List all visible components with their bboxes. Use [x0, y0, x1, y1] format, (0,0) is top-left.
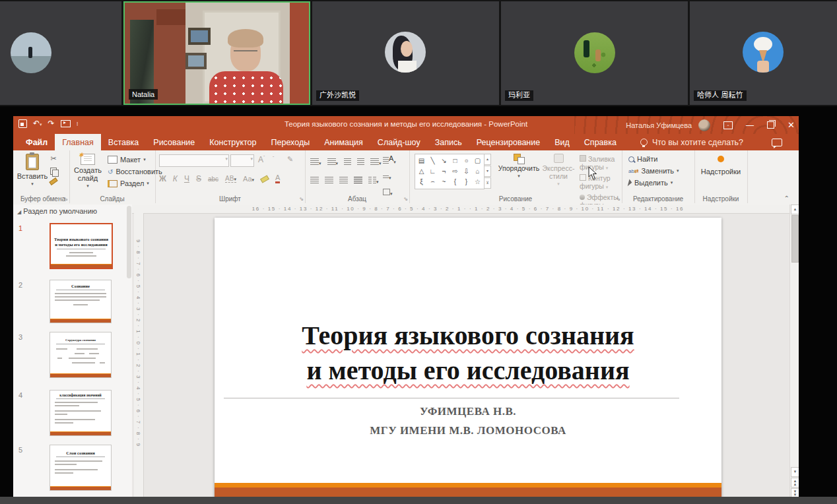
- slide-thumbnail-3[interactable]: Структура сознания: [50, 332, 112, 378]
- shape-textbox-icon[interactable]: ▤: [416, 155, 427, 166]
- participant-tile-3[interactable]: 广外沙凯悦: [312, 1, 499, 105]
- shape-scribble-icon[interactable]: ξ: [416, 176, 427, 187]
- scroll-up-icon[interactable]: ▲: [791, 205, 799, 214]
- quick-styles-button[interactable]: Экспресс-стили ▾: [540, 154, 577, 188]
- copy-icon[interactable]: [50, 168, 57, 175]
- shape-outline-button[interactable]: Контур фигуры ▾: [580, 174, 622, 190]
- slide-thumbnail-5[interactable]: Слои сознания: [50, 445, 112, 491]
- section-button[interactable]: Раздел▾: [108, 179, 162, 187]
- tab-insert[interactable]: Вставка: [101, 134, 146, 150]
- line-spacing-icon[interactable]: ▾: [370, 156, 382, 168]
- font-size-combobox[interactable]: ▾: [230, 154, 254, 167]
- columns-icon[interactable]: ▾: [368, 174, 379, 186]
- numbering-icon[interactable]: ▾: [327, 156, 339, 168]
- participant-tile-4[interactable]: 玛利亚: [501, 1, 688, 105]
- align-center-icon[interactable]: [325, 177, 333, 183]
- font-color-button[interactable]: А: [275, 174, 280, 183]
- tab-animations[interactable]: Анимация: [317, 134, 370, 150]
- tab-view[interactable]: Вид: [547, 134, 577, 150]
- addins-button[interactable]: Надстройки: [700, 156, 742, 175]
- character-spacing-button[interactable]: АВ▾: [225, 175, 236, 183]
- tab-transitions[interactable]: Переходы: [264, 134, 318, 150]
- shapes-gallery[interactable]: ▤╲↘□○▢ △∟¬⇨⇩⌂ ξ⌢~{}☆: [415, 154, 485, 189]
- scrollbar-thumb[interactable]: [791, 215, 799, 263]
- shape-brace-left-icon[interactable]: {: [450, 176, 461, 187]
- shape-brace-right-icon[interactable]: }: [461, 176, 472, 187]
- arrange-button[interactable]: Упорядочить ▾: [498, 154, 540, 180]
- select-button[interactable]: Выделить▾: [628, 179, 679, 187]
- scroll-down-icon[interactable]: ▼: [791, 467, 799, 477]
- grow-font-button[interactable]: Аˆ: [258, 155, 265, 164]
- cut-icon[interactable]: ✂: [50, 154, 56, 163]
- shape-star-icon[interactable]: ☆: [472, 176, 483, 187]
- tab-slideshow[interactable]: Слайд-шоу: [370, 134, 428, 150]
- restore-icon[interactable]: [767, 121, 774, 129]
- reset-button[interactable]: ↺Восстановить: [108, 168, 162, 175]
- shapes-more-icon[interactable]: ⊻: [484, 177, 491, 189]
- new-slide-button[interactable]: ✱ Создать слайд ▾: [71, 154, 105, 190]
- strikethrough-button[interactable]: abc: [208, 175, 218, 183]
- decrease-indent-icon[interactable]: [344, 156, 351, 168]
- shrink-font-button[interactable]: ˇ: [273, 156, 274, 164]
- find-button[interactable]: Найти: [628, 155, 679, 163]
- slide-thumbnail-4[interactable]: классификация значений: [50, 390, 112, 436]
- tab-record[interactable]: Запись: [428, 134, 469, 150]
- tab-design[interactable]: Конструктор: [202, 134, 263, 150]
- align-right-icon[interactable]: [339, 177, 348, 183]
- tell-me-box[interactable]: Что вы хотите сделать?: [633, 134, 751, 150]
- participant-tile-natalia[interactable]: Natalia: [123, 1, 310, 105]
- vertical-ruler[interactable]: 9 · 8 · 7 · 6 · 5 · 4 · 3 · 2 · 1 · 0 · …: [134, 213, 144, 497]
- slide-author[interactable]: УФИМЦЕВА Н.В.: [215, 405, 721, 418]
- comments-button[interactable]: [764, 134, 789, 150]
- tab-review[interactable]: Рецензирование: [469, 134, 548, 150]
- change-case-button[interactable]: Аа▾: [243, 175, 254, 183]
- layout-button[interactable]: Макет▾: [108, 156, 162, 164]
- collapse-ribbon-icon[interactable]: ⌃: [784, 195, 789, 202]
- slide-thumbnail-1[interactable]: Теория языкового сознанияи методы его ис…: [50, 223, 113, 269]
- tab-draw[interactable]: Рисование: [146, 134, 202, 150]
- shape-rounded-rect-icon[interactable]: ▢: [472, 155, 483, 166]
- slide-affiliation[interactable]: МГУ ИМЕНИ М.В. ЛОМОНОСОВА: [215, 424, 721, 437]
- shape-rectangle-icon[interactable]: □: [450, 155, 461, 166]
- format-painter-icon[interactable]: [49, 177, 57, 185]
- shape-arrow-right-icon[interactable]: ⇨: [450, 166, 461, 176]
- close-icon[interactable]: ✕: [787, 120, 795, 130]
- panel-scrollbar[interactable]: [127, 206, 131, 278]
- shape-oval-icon[interactable]: ○: [461, 155, 472, 166]
- shape-arc-icon[interactable]: ⌢: [427, 176, 438, 187]
- slide-title[interactable]: Теория языкового сознания и методы его и…: [215, 318, 721, 388]
- shape-pentagon-icon[interactable]: ⌂: [472, 166, 483, 176]
- vertical-scrollbar[interactable]: ▲ ▼ ▲▲ ▼▼: [789, 205, 799, 497]
- shadow-button[interactable]: S: [196, 174, 201, 183]
- align-left-icon[interactable]: [310, 177, 319, 183]
- shape-arrow-icon[interactable]: ↘: [438, 155, 450, 166]
- shape-elbow-icon[interactable]: ∟: [427, 166, 438, 176]
- account-avatar[interactable]: [698, 119, 710, 131]
- clear-formatting-icon[interactable]: ✎: [287, 155, 293, 164]
- slide-canvas[interactable]: Теория языкового сознания и методы его и…: [215, 218, 721, 497]
- align-text-icon[interactable]: ▾: [383, 170, 396, 182]
- participant-tile-5[interactable]: 哈师人 周耘竹: [690, 1, 837, 105]
- minimize-icon[interactable]: —: [746, 121, 754, 130]
- shape-fill-button[interactable]: Заливка фигуры ▾: [580, 155, 622, 171]
- bullets-icon[interactable]: ▾: [310, 156, 321, 168]
- shapes-scroll-up-icon[interactable]: ▴: [484, 154, 491, 165]
- shape-line-icon[interactable]: ╲: [427, 155, 438, 166]
- italic-button[interactable]: К: [173, 174, 178, 183]
- tab-help[interactable]: Справка: [577, 134, 624, 150]
- account-name[interactable]: Наталья Уфимцева: [626, 121, 692, 129]
- tab-file[interactable]: Файл: [18, 134, 55, 150]
- justify-icon[interactable]: [354, 177, 362, 183]
- participant-tile-1[interactable]: [0, 1, 121, 105]
- font-name-combobox[interactable]: ▾: [159, 154, 229, 167]
- shapes-scroll-down-icon[interactable]: ▾: [484, 166, 491, 177]
- shape-curve-icon[interactable]: ~: [438, 176, 450, 187]
- horizontal-ruler[interactable]: 16 · 15 · 14 · 13 · 12 · 11 · 10 · 9 · 8…: [132, 205, 799, 214]
- section-header[interactable]: ◢ Раздел по умолчанию: [17, 207, 97, 215]
- ribbon-display-options-icon[interactable]: ⌃: [723, 121, 733, 129]
- previous-slide-button[interactable]: ▲▲: [791, 478, 799, 488]
- increase-indent-icon[interactable]: [357, 156, 364, 168]
- text-highlight-icon[interactable]: [260, 175, 269, 183]
- shape-arrow-down-icon[interactable]: ⇩: [461, 166, 472, 176]
- paste-button[interactable]: Вставить ▾: [19, 154, 46, 188]
